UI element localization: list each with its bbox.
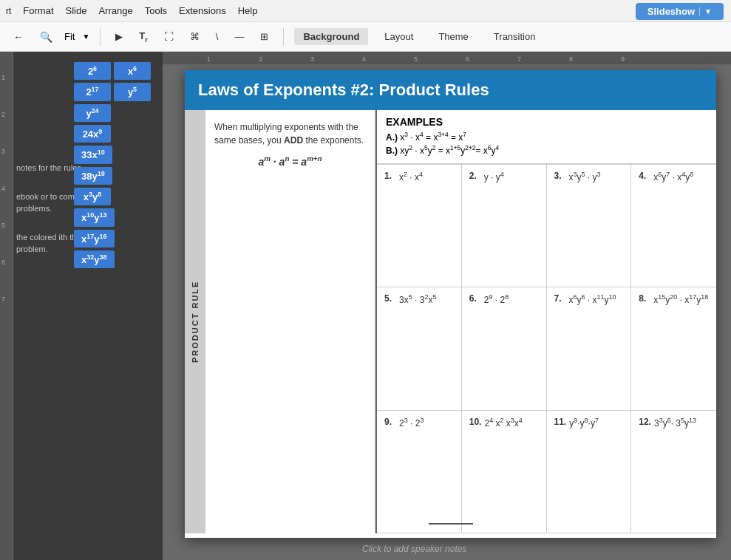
answer-row-2: 217 y5 — [74, 83, 151, 100]
grid-cell-10: 10. 24 x2 x3x4 — [462, 411, 547, 533]
grid-cell-6: 6. 29 · 28 — [462, 287, 547, 410]
sep-1 — [100, 28, 101, 46]
grid-cell-12: 12. 33y6· 35y13 — [631, 411, 716, 533]
slideshow-dropdown-arrow[interactable]: ▼ — [699, 7, 712, 16]
ans-box-217[interactable]: 217 — [74, 83, 111, 100]
grid-cell-4: 4. x6y7 · x4y6 — [631, 165, 716, 287]
slide-title: Laws of Exponents #2: Product Rules — [185, 70, 716, 110]
ans-box-x32y38[interactable]: x32y38 — [74, 250, 115, 268]
answer-row-4: 24x9 — [74, 125, 151, 143]
tab-layout[interactable]: Layout — [375, 28, 422, 45]
problems-grid: 1. x2 · x4 2. y · y4 3. x3y5 · y3 4. — [377, 164, 716, 533]
ruler-num-1: 1 — [207, 55, 211, 63]
ruler-mark-6: 6 — [1, 259, 5, 266]
examples-title: EXAMPLES — [386, 116, 707, 128]
menu-item-help[interactable]: Help — [238, 5, 258, 16]
ruler-num-3: 3 — [310, 55, 314, 63]
ruler-mark-4: 4 — [1, 185, 5, 192]
product-rule-label: PRODUCT RULE — [185, 110, 205, 533]
ans-box-24x9[interactable]: 24x9 — [74, 125, 111, 143]
answer-boxes: 26 x6 217 y5 y24 24x9 33x10 38y19 — [74, 62, 151, 268]
search-icon[interactable]: 🔍 — [35, 30, 57, 44]
answer-row-1: 26 x6 — [74, 62, 151, 80]
sep-2 — [283, 28, 284, 46]
menu-item-format[interactable]: Format — [23, 5, 53, 16]
answer-row-10: x32y38 — [74, 250, 151, 268]
toolbar: ← 🔍 Fit ▼ ▶ Tr ⛶ ⌘ \ — ⊞ Background Layo… — [0, 22, 731, 52]
text-icon[interactable]: Tr — [135, 29, 152, 45]
answer-row-3: y24 — [74, 104, 151, 122]
slide-bottom-line — [429, 523, 473, 525]
ans-box-y5[interactable]: y5 — [114, 83, 151, 100]
ans-box-x6[interactable]: x6 — [114, 62, 151, 80]
menu-item-tools[interactable]: Tools — [145, 5, 167, 16]
examples-section: EXAMPLES A.) x3 · x4 = x3+4 = x7 B.) xy2… — [375, 110, 716, 533]
example-b: B.) xy2 · x5y2 = x1+5y2+2= x6y4 — [386, 144, 707, 156]
grid-cell-8: 8. x15y20 · x17y18 — [631, 287, 716, 410]
rule-explanation: When multiplying exponents with the same… — [205, 110, 375, 533]
ruler-num-5: 5 — [414, 55, 418, 63]
ruler-mark-2: 2 — [1, 111, 5, 118]
search2-icon[interactable]: ⌘ — [186, 30, 204, 44]
ruler-num-6: 6 — [466, 55, 469, 63]
ruler-num-8: 8 — [569, 55, 573, 63]
ruler-num-2: 2 — [259, 55, 262, 63]
menu-item-slide[interactable]: Slide — [66, 5, 87, 16]
ruler-top: 1 2 3 4 5 6 7 8 9 — [163, 52, 731, 65]
ans-box-x10y13[interactable]: x10y13 — [74, 208, 115, 226]
slide: Laws of Exponents #2: Product Rules PROD… — [185, 70, 716, 538]
speaker-notes[interactable]: Click to add speaker notes — [325, 544, 731, 554]
rule-text: When multiplying exponents with the same… — [214, 120, 366, 147]
grid-cell-7: 7. x6y6 · x11y10 — [547, 287, 632, 410]
cursor-icon[interactable]: ▶ — [111, 30, 127, 44]
ans-box-26[interactable]: 26 — [74, 62, 111, 80]
ruler-num-7: 7 — [517, 55, 521, 63]
ans-box-33x10[interactable]: 33x10 — [74, 146, 112, 163]
menu-item-arrange[interactable]: Arrange — [98, 5, 132, 16]
fit-dropdown[interactable]: ▼ — [82, 33, 89, 41]
menu-item-rt[interactable]: rt — [6, 6, 11, 16]
answer-row-9: x17y16 — [74, 230, 151, 247]
minus-icon[interactable]: — — [230, 30, 248, 44]
grid-cell-1: 1. x2 · x4 — [377, 165, 462, 287]
grid-cell-5: 5. 3x5 · 32x5 — [377, 287, 462, 410]
rule-text-add: ADD — [284, 135, 303, 146]
ans-box-38y19[interactable]: 38y19 — [74, 167, 112, 185]
ruler-mark-1: 1 — [1, 74, 5, 81]
example-a: A.) x3 · x4 = x3+4 = x7 — [386, 131, 707, 143]
grid-cell-9: 9. 23 · 23 — [377, 411, 462, 533]
rule-text-2: the exponents. — [303, 135, 364, 146]
ruler-num-4: 4 — [362, 55, 366, 63]
main-area: 1 2 3 4 5 6 7 notes for the rules. ebook… — [0, 52, 731, 560]
ans-box-x3y8[interactable]: x3y8 — [74, 188, 111, 205]
slide-body: PRODUCT RULE When multiplying exponents … — [185, 110, 716, 533]
speaker-notes-label: Click to add speaker notes — [362, 544, 466, 554]
grid-cell-11: 11. y9·y8·y7 — [547, 411, 632, 533]
ruler-mark-7: 7 — [1, 296, 5, 303]
tab-theme[interactable]: Theme — [429, 28, 477, 45]
ruler-left: 1 2 3 4 5 6 7 — [0, 52, 13, 560]
image-icon[interactable]: ⛶ — [160, 30, 178, 44]
grid-cell-3: 3. x3y5 · y3 — [547, 165, 632, 287]
rule-formula: am · an = am+n — [214, 154, 366, 168]
left-sidebar: 1 2 3 4 5 6 7 notes for the rules. ebook… — [0, 52, 163, 560]
menu-bar: rt Format Slide Arrange Tools Extensions… — [0, 0, 731, 22]
examples-header: EXAMPLES A.) x3 · x4 = x3+4 = x7 B.) xy2… — [377, 110, 716, 164]
ruler-mark-3: 3 — [1, 148, 5, 155]
slideshow-button[interactable]: Slideshow ▼ — [636, 3, 724, 20]
ruler-mark-5: 5 — [1, 222, 5, 229]
menu-item-extensions[interactable]: Extensions — [179, 5, 226, 16]
answer-row-8: x10y13 — [74, 208, 151, 226]
ans-box-x17y16[interactable]: x17y16 — [74, 230, 115, 247]
ans-box-y24[interactable]: y24 — [74, 104, 111, 122]
slide-area: 1 2 3 4 5 6 7 8 9 Laws of Exponents #2: … — [163, 52, 731, 560]
tab-transition[interactable]: Transition — [485, 28, 545, 45]
add-box-icon[interactable]: ⊞ — [256, 30, 273, 44]
grid-cell-2: 2. y · y4 — [462, 165, 547, 287]
ruler-num-9: 9 — [621, 55, 625, 63]
tab-background[interactable]: Background — [294, 28, 368, 45]
answer-row-5: 33x10 — [74, 146, 151, 163]
back-icon[interactable]: ← — [9, 30, 28, 44]
answer-row-7: x3y8 — [74, 188, 151, 205]
pen-icon[interactable]: \ — [211, 30, 223, 44]
